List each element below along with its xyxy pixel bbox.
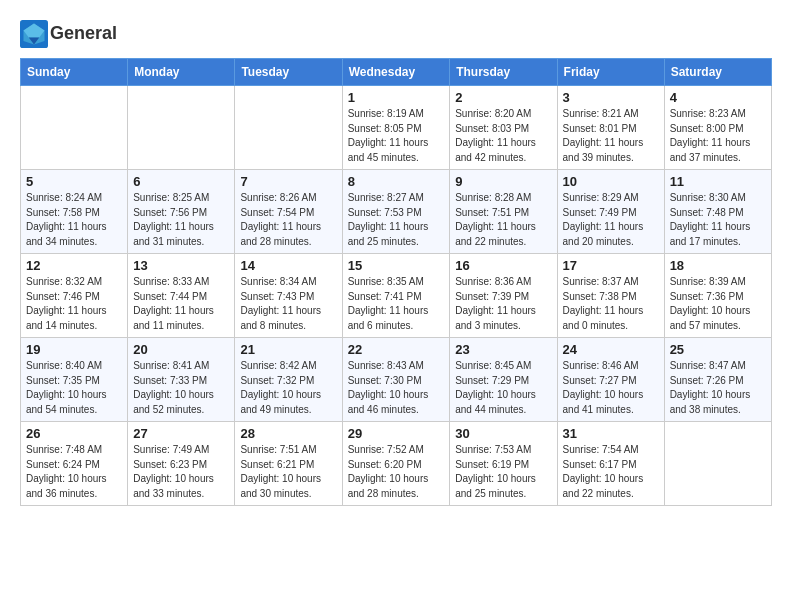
day-info: Sunrise: 8:42 AM Sunset: 7:32 PM Dayligh… xyxy=(240,359,336,417)
day-number: 25 xyxy=(670,342,766,357)
calendar-cell: 13Sunrise: 8:33 AM Sunset: 7:44 PM Dayli… xyxy=(128,254,235,338)
day-info: Sunrise: 7:52 AM Sunset: 6:20 PM Dayligh… xyxy=(348,443,445,501)
day-info: Sunrise: 8:23 AM Sunset: 8:00 PM Dayligh… xyxy=(670,107,766,165)
calendar-cell: 19Sunrise: 8:40 AM Sunset: 7:35 PM Dayli… xyxy=(21,338,128,422)
day-number: 14 xyxy=(240,258,336,273)
col-header-monday: Monday xyxy=(128,59,235,86)
day-info: Sunrise: 7:48 AM Sunset: 6:24 PM Dayligh… xyxy=(26,443,122,501)
calendar-cell: 15Sunrise: 8:35 AM Sunset: 7:41 PM Dayli… xyxy=(342,254,450,338)
day-info: Sunrise: 8:36 AM Sunset: 7:39 PM Dayligh… xyxy=(455,275,551,333)
day-number: 5 xyxy=(26,174,122,189)
day-info: Sunrise: 8:47 AM Sunset: 7:26 PM Dayligh… xyxy=(670,359,766,417)
page-header: General xyxy=(20,20,772,48)
calendar-cell: 11Sunrise: 8:30 AM Sunset: 7:48 PM Dayli… xyxy=(664,170,771,254)
day-number: 1 xyxy=(348,90,445,105)
day-info: Sunrise: 7:53 AM Sunset: 6:19 PM Dayligh… xyxy=(455,443,551,501)
calendar-cell: 9Sunrise: 8:28 AM Sunset: 7:51 PM Daylig… xyxy=(450,170,557,254)
day-info: Sunrise: 7:49 AM Sunset: 6:23 PM Dayligh… xyxy=(133,443,229,501)
day-info: Sunrise: 8:46 AM Sunset: 7:27 PM Dayligh… xyxy=(563,359,659,417)
day-info: Sunrise: 8:37 AM Sunset: 7:38 PM Dayligh… xyxy=(563,275,659,333)
calendar-cell xyxy=(128,86,235,170)
day-info: Sunrise: 8:41 AM Sunset: 7:33 PM Dayligh… xyxy=(133,359,229,417)
day-number: 23 xyxy=(455,342,551,357)
calendar-week-5: 26Sunrise: 7:48 AM Sunset: 6:24 PM Dayli… xyxy=(21,422,772,506)
calendar-cell: 10Sunrise: 8:29 AM Sunset: 7:49 PM Dayli… xyxy=(557,170,664,254)
calendar-cell: 18Sunrise: 8:39 AM Sunset: 7:36 PM Dayli… xyxy=(664,254,771,338)
day-number: 2 xyxy=(455,90,551,105)
calendar-cell: 1Sunrise: 8:19 AM Sunset: 8:05 PM Daylig… xyxy=(342,86,450,170)
calendar-week-4: 19Sunrise: 8:40 AM Sunset: 7:35 PM Dayli… xyxy=(21,338,772,422)
calendar-cell: 17Sunrise: 8:37 AM Sunset: 7:38 PM Dayli… xyxy=(557,254,664,338)
calendar-cell: 29Sunrise: 7:52 AM Sunset: 6:20 PM Dayli… xyxy=(342,422,450,506)
day-number: 8 xyxy=(348,174,445,189)
logo: General xyxy=(20,20,117,48)
day-number: 16 xyxy=(455,258,551,273)
day-info: Sunrise: 7:54 AM Sunset: 6:17 PM Dayligh… xyxy=(563,443,659,501)
day-info: Sunrise: 8:21 AM Sunset: 8:01 PM Dayligh… xyxy=(563,107,659,165)
col-header-thursday: Thursday xyxy=(450,59,557,86)
day-number: 18 xyxy=(670,258,766,273)
calendar-cell xyxy=(235,86,342,170)
calendar-cell: 12Sunrise: 8:32 AM Sunset: 7:46 PM Dayli… xyxy=(21,254,128,338)
day-number: 26 xyxy=(26,426,122,441)
day-info: Sunrise: 8:19 AM Sunset: 8:05 PM Dayligh… xyxy=(348,107,445,165)
calendar-cell: 14Sunrise: 8:34 AM Sunset: 7:43 PM Dayli… xyxy=(235,254,342,338)
calendar-cell: 22Sunrise: 8:43 AM Sunset: 7:30 PM Dayli… xyxy=(342,338,450,422)
day-info: Sunrise: 8:34 AM Sunset: 7:43 PM Dayligh… xyxy=(240,275,336,333)
day-number: 13 xyxy=(133,258,229,273)
calendar-week-3: 12Sunrise: 8:32 AM Sunset: 7:46 PM Dayli… xyxy=(21,254,772,338)
day-number: 31 xyxy=(563,426,659,441)
day-number: 4 xyxy=(670,90,766,105)
day-number: 3 xyxy=(563,90,659,105)
calendar-cell: 30Sunrise: 7:53 AM Sunset: 6:19 PM Dayli… xyxy=(450,422,557,506)
day-info: Sunrise: 8:35 AM Sunset: 7:41 PM Dayligh… xyxy=(348,275,445,333)
day-number: 6 xyxy=(133,174,229,189)
calendar-week-2: 5Sunrise: 8:24 AM Sunset: 7:58 PM Daylig… xyxy=(21,170,772,254)
calendar-cell: 31Sunrise: 7:54 AM Sunset: 6:17 PM Dayli… xyxy=(557,422,664,506)
calendar-cell: 7Sunrise: 8:26 AM Sunset: 7:54 PM Daylig… xyxy=(235,170,342,254)
day-info: Sunrise: 8:32 AM Sunset: 7:46 PM Dayligh… xyxy=(26,275,122,333)
day-number: 22 xyxy=(348,342,445,357)
day-number: 12 xyxy=(26,258,122,273)
day-number: 7 xyxy=(240,174,336,189)
calendar-cell: 25Sunrise: 8:47 AM Sunset: 7:26 PM Dayli… xyxy=(664,338,771,422)
calendar-cell: 20Sunrise: 8:41 AM Sunset: 7:33 PM Dayli… xyxy=(128,338,235,422)
col-header-wednesday: Wednesday xyxy=(342,59,450,86)
day-number: 10 xyxy=(563,174,659,189)
day-info: Sunrise: 8:40 AM Sunset: 7:35 PM Dayligh… xyxy=(26,359,122,417)
day-info: Sunrise: 8:29 AM Sunset: 7:49 PM Dayligh… xyxy=(563,191,659,249)
calendar-cell xyxy=(664,422,771,506)
day-number: 19 xyxy=(26,342,122,357)
day-info: Sunrise: 8:28 AM Sunset: 7:51 PM Dayligh… xyxy=(455,191,551,249)
calendar-cell: 2Sunrise: 8:20 AM Sunset: 8:03 PM Daylig… xyxy=(450,86,557,170)
calendar-header-row: SundayMondayTuesdayWednesdayThursdayFrid… xyxy=(21,59,772,86)
calendar-cell: 24Sunrise: 8:46 AM Sunset: 7:27 PM Dayli… xyxy=(557,338,664,422)
day-number: 24 xyxy=(563,342,659,357)
day-number: 11 xyxy=(670,174,766,189)
calendar-cell: 6Sunrise: 8:25 AM Sunset: 7:56 PM Daylig… xyxy=(128,170,235,254)
day-number: 29 xyxy=(348,426,445,441)
calendar-cell: 21Sunrise: 8:42 AM Sunset: 7:32 PM Dayli… xyxy=(235,338,342,422)
col-header-friday: Friday xyxy=(557,59,664,86)
calendar-cell xyxy=(21,86,128,170)
calendar-cell: 26Sunrise: 7:48 AM Sunset: 6:24 PM Dayli… xyxy=(21,422,128,506)
calendar-cell: 27Sunrise: 7:49 AM Sunset: 6:23 PM Dayli… xyxy=(128,422,235,506)
calendar-cell: 16Sunrise: 8:36 AM Sunset: 7:39 PM Dayli… xyxy=(450,254,557,338)
col-header-tuesday: Tuesday xyxy=(235,59,342,86)
calendar-cell: 5Sunrise: 8:24 AM Sunset: 7:58 PM Daylig… xyxy=(21,170,128,254)
day-info: Sunrise: 8:33 AM Sunset: 7:44 PM Dayligh… xyxy=(133,275,229,333)
day-info: Sunrise: 8:25 AM Sunset: 7:56 PM Dayligh… xyxy=(133,191,229,249)
day-number: 9 xyxy=(455,174,551,189)
day-info: Sunrise: 8:24 AM Sunset: 7:58 PM Dayligh… xyxy=(26,191,122,249)
day-number: 20 xyxy=(133,342,229,357)
calendar-cell: 4Sunrise: 8:23 AM Sunset: 8:00 PM Daylig… xyxy=(664,86,771,170)
day-number: 15 xyxy=(348,258,445,273)
col-header-saturday: Saturday xyxy=(664,59,771,86)
day-info: Sunrise: 8:27 AM Sunset: 7:53 PM Dayligh… xyxy=(348,191,445,249)
day-info: Sunrise: 8:20 AM Sunset: 8:03 PM Dayligh… xyxy=(455,107,551,165)
day-info: Sunrise: 8:26 AM Sunset: 7:54 PM Dayligh… xyxy=(240,191,336,249)
day-number: 27 xyxy=(133,426,229,441)
calendar-cell: 28Sunrise: 7:51 AM Sunset: 6:21 PM Dayli… xyxy=(235,422,342,506)
calendar-table: SundayMondayTuesdayWednesdayThursdayFrid… xyxy=(20,58,772,506)
logo-icon xyxy=(20,20,48,48)
